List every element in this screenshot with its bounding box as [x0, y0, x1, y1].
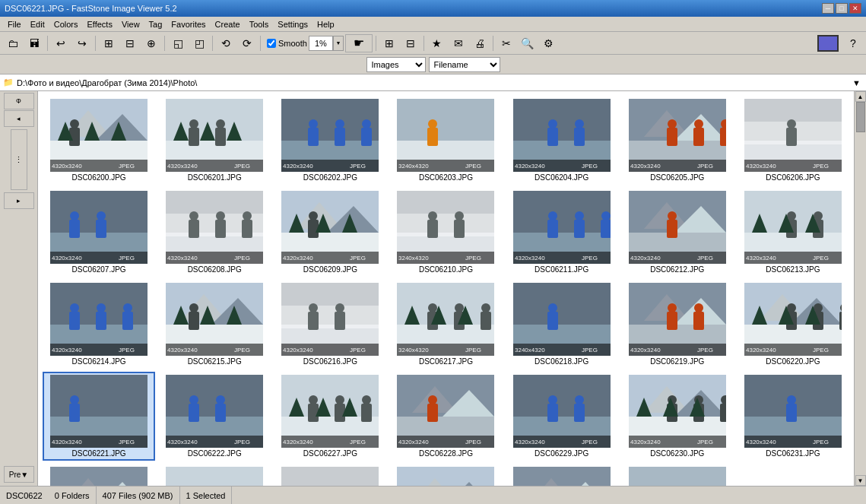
path-dropdown-button[interactable]: ▼: [850, 76, 863, 90]
menu-create[interactable]: Create: [211, 18, 245, 30]
file-type-combo[interactable]: Images All Files RAW Files: [366, 57, 426, 72]
toolbar-btn-13[interactable]: ⊟: [401, 34, 420, 52]
scroll-down-button[interactable]: ▼: [855, 475, 866, 486]
thumbnail-item[interactable]: 4320x3240JPEGDSC06220.JPG: [737, 280, 849, 369]
thumbnail-item[interactable]: 4320x3240JPEGDSC06219.JPG: [621, 280, 734, 369]
toolbar-btn-15[interactable]: ✉: [449, 34, 468, 52]
thumbnail-item[interactable]: 4320x3240JPEGDSC06200.JPG: [43, 96, 155, 185]
right-scrollbar[interactable]: ▲ ▼: [854, 91, 866, 486]
zoom-combo: 1% ▼: [309, 36, 344, 51]
thumbnail-item[interactable]: 4320x3240JPEGDSC06228.JPG: [389, 372, 502, 461]
toolbar-btn-4[interactable]: ↪: [72, 34, 92, 52]
toolbar-btn-10[interactable]: ⟲: [216, 34, 236, 52]
thumbnail-item[interactable]: 4320x3240JPEGDSC06212.JPG: [621, 188, 734, 277]
vertical-scrollbar-handle[interactable]: ⋮: [11, 129, 27, 190]
thumbnail-item[interactable]: 4320x3240JPEGDSC06201.JPG: [158, 96, 271, 185]
svg-rect-324: [281, 467, 379, 486]
thumbnail-item[interactable]: 4320x3240JPEGDSC06233.JPG: [158, 464, 271, 486]
thumbnail-item[interactable]: 4320x3240JPEGDSC06222.JPG: [158, 372, 271, 461]
menu-edit[interactable]: Edit: [26, 18, 49, 30]
svg-point-272: [575, 395, 584, 404]
left-btn-1[interactable]: Ф: [4, 93, 34, 109]
menu-view[interactable]: View: [117, 18, 144, 30]
minimize-button[interactable]: ─: [822, 3, 834, 14]
thumbnail-item[interactable]: 4320x3240JPEGDSC06206.JPG: [737, 96, 849, 185]
toolbar-btn-19[interactable]: ⚙: [539, 34, 559, 52]
left-btn-2[interactable]: ◂: [4, 110, 34, 127]
toolbar-btn-7[interactable]: ⊕: [141, 34, 161, 52]
toolbar-btn-2[interactable]: 🖬: [24, 34, 44, 52]
menu-file[interactable]: File: [3, 18, 26, 30]
menu-settings[interactable]: Settings: [273, 18, 312, 30]
left-btn-3[interactable]: ▸: [4, 192, 34, 209]
thumbnail-item[interactable]: 4320x3240JPEGDSC06209.JPG: [274, 188, 386, 277]
thumbnail-item[interactable]: 4320x3240JPEGDSC06230.JPG: [621, 372, 734, 461]
pre-button[interactable]: Pre ▼: [4, 466, 34, 483]
svg-text:JPEG: JPEG: [350, 255, 366, 262]
svg-rect-246: [308, 404, 319, 422]
file-type-select[interactable]: Images All Files RAW Files: [367, 58, 425, 71]
toolbar-btn-6[interactable]: ⊟: [120, 34, 140, 52]
thumbnail-item[interactable]: 3240x4320JPEGDSC06217.JPG: [389, 280, 502, 369]
toolbar-btn-16[interactable]: 🖨: [470, 34, 490, 52]
thumbnail-item[interactable]: 4320x3240JPEGDSC06213.JPG: [737, 188, 849, 277]
toolbar-btn-17[interactable]: ✂: [496, 34, 516, 52]
thumbnail-item[interactable]: 4320x3240JPEGDSC06237.JPG: [621, 464, 734, 486]
thumbnail-item[interactable]: 4320x3240JPEGDSC06229.JPG: [506, 372, 618, 461]
thumbnail-item[interactable]: 4320x3240JPEGDSC06227.JPG: [274, 372, 386, 461]
thumbnail-item[interactable]: 4320x3240JPEGDSC06221.JPG: [43, 372, 155, 461]
toolbar-btn-18[interactable]: 🔍: [518, 34, 538, 52]
thumbnails-scroll[interactable]: 4320x3240JPEGDSC06200.JPG4320x3240JPEGDS…: [38, 91, 854, 486]
maximize-button[interactable]: □: [836, 3, 848, 14]
thumbnail-item[interactable]: 4320x3240JPEGDSC06234.JPG: [274, 464, 386, 486]
menu-tag[interactable]: Tag: [144, 18, 167, 30]
toolbar-btn-8[interactable]: ◱: [168, 34, 188, 52]
thumbnail-item[interactable]: 4320x3240JPEGDSC06202.JPG: [274, 96, 386, 185]
toolbar-btn-14[interactable]: ★: [427, 34, 447, 52]
toolbar-btn-5[interactable]: ⊞: [99, 34, 119, 52]
thumbnail-item[interactable]: 3240x4320JPEGDSC06218.JPG: [506, 280, 618, 369]
toolbar-btn-3[interactable]: ↩: [51, 34, 71, 52]
svg-rect-207: [693, 312, 704, 330]
color-picker-box[interactable]: [817, 35, 839, 52]
menu-tools[interactable]: Tools: [245, 18, 274, 30]
thumbnail-item[interactable]: 4320x3240JPEGDSC06211.JPG: [506, 188, 618, 277]
svg-point-263: [428, 395, 437, 404]
toolbar-btn-12[interactable]: ⊞: [379, 34, 399, 52]
zoom-input[interactable]: 1%: [309, 36, 333, 51]
thumbnail-item[interactable]: 4320x3240JPEGDSC06232.JPG: [43, 464, 155, 486]
close-button[interactable]: ✕: [849, 3, 861, 14]
scroll-up-button[interactable]: ▲: [855, 91, 866, 102]
toolbar-btn-20[interactable]: ?: [843, 34, 863, 52]
hand-tool-button[interactable]: ☛: [345, 34, 373, 52]
toolbar-btn-11[interactable]: ⟳: [237, 34, 257, 52]
zoom-down-arrow[interactable]: ▼: [333, 36, 344, 51]
thumbnail-item[interactable]: 4320x3240JPEGDSC06207.JPG: [43, 188, 155, 277]
thumbnail-item[interactable]: 4320x3240JPEGDSC06215.JPG: [158, 280, 271, 369]
sort-combo[interactable]: Filename Date Modified File Size Image S…: [429, 57, 500, 72]
thumbnail-item[interactable]: 3240x4320JPEGDSC06203.JPG: [389, 96, 502, 185]
toolbar-btn-1[interactable]: 🗀: [3, 34, 23, 52]
thumbnail-item[interactable]: 4320x3240JPEGDSC06231.JPG: [737, 372, 849, 461]
toolbar-btn-9[interactable]: ◰: [189, 34, 209, 52]
svg-text:4320x3240: 4320x3240: [398, 439, 429, 445]
thumbnail-item[interactable]: 4320x3240JPEGDSC06236.JPG: [506, 464, 618, 486]
svg-point-27: [309, 119, 318, 128]
smooth-checkbox[interactable]: [267, 39, 276, 48]
thumbnail-item[interactable]: 4320x3240JPEGDSC06205.JPG: [621, 96, 734, 185]
thumbnail-item[interactable]: 4320x3240JPEGDSC06208.JPG: [158, 188, 271, 277]
svg-point-185: [455, 303, 464, 312]
thumbnail-item[interactable]: 4320x3240JPEGDSC06235.JPG: [389, 464, 502, 486]
menu-help[interactable]: Help: [312, 18, 339, 30]
menu-favorites[interactable]: Favorites: [167, 18, 210, 30]
thumbnail-item[interactable]: 4320x3240JPEGDSC06216.JPG: [274, 280, 386, 369]
menu-colors[interactable]: Colors: [49, 18, 83, 30]
scroll-thumb[interactable]: [856, 102, 865, 132]
svg-text:3240x4320: 3240x4320: [398, 255, 429, 262]
thumbnail-item[interactable]: 4320x3240JPEGDSC06214.JPG: [43, 280, 155, 369]
thumbnail-item[interactable]: 3240x4320JPEGDSC06210.JPG: [389, 188, 502, 277]
sort-select[interactable]: Filename Date Modified File Size Image S…: [430, 58, 500, 71]
menu-effects[interactable]: Effects: [83, 18, 117, 30]
svg-point-68: [787, 119, 796, 128]
thumbnail-item[interactable]: 4320x3240JPEGDSC06204.JPG: [506, 96, 618, 185]
